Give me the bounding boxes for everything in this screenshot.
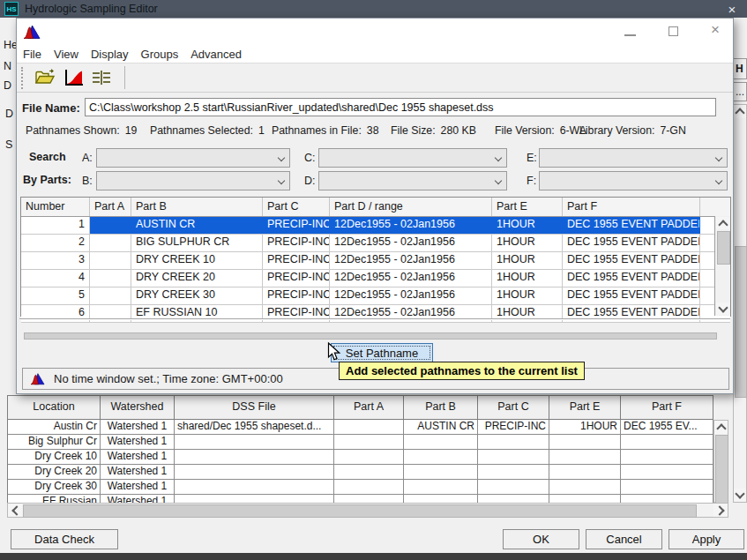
menu-groups[interactable]: Groups <box>135 48 185 61</box>
cell[interactable]: DEC 1955 EVENT PADDED <box>563 270 700 287</box>
cell[interactable]: DEC 1955 EVENT PADDED <box>563 252 700 269</box>
cell[interactable] <box>334 480 404 495</box>
locations-table-horizontal-scrollbar[interactable] <box>7 503 728 518</box>
scroll-up-icon[interactable] <box>734 105 746 118</box>
cell[interactable]: PRECIP-INC <box>263 287 330 304</box>
cell[interactable] <box>621 435 713 450</box>
part-f-combobox[interactable] <box>539 171 728 190</box>
cell[interactable] <box>404 465 478 480</box>
cell[interactable]: 12Dec1955 - 02Jan1956 <box>330 270 492 287</box>
cell[interactable]: PRECIP-INC <box>478 420 549 435</box>
table-row[interactable]: Austin Cr Watershed 1 shared/Dec 1955 sh… <box>8 420 713 435</box>
cell[interactable] <box>90 270 131 287</box>
pathname-table-vertical-scrollbar[interactable] <box>714 216 730 316</box>
cell[interactable]: 5 <box>21 287 90 304</box>
cell[interactable]: 2 <box>21 235 90 251</box>
cell[interactable]: 4 <box>21 270 90 287</box>
part-e-combobox[interactable] <box>539 148 728 168</box>
cell[interactable] <box>175 450 334 465</box>
cell[interactable] <box>334 495 404 503</box>
menu-advanced[interactable]: Advanced <box>184 48 248 61</box>
plot-button[interactable] <box>61 66 86 90</box>
close-icon[interactable]: × <box>706 21 724 41</box>
cell[interactable]: 12Dec1955 - 02Jan1956 <box>330 287 492 304</box>
cell[interactable]: 1HOUR <box>549 420 621 435</box>
scrollbar-thumb[interactable] <box>735 246 747 398</box>
table-row[interactable]: 5 DRY CREEK 30 PRECIP-INC 12Dec1955 - 02… <box>21 287 730 305</box>
part-c-combobox[interactable] <box>318 148 507 168</box>
tabulate-button[interactable] <box>89 66 114 90</box>
cell[interactable]: Big Sulphur Cr <box>8 435 101 450</box>
close-icon[interactable]: × <box>722 0 742 18</box>
dialog-titlebar[interactable]: × <box>17 19 733 45</box>
table-row[interactable]: 6 EF RUSSIAN 10 PRECIP-INC 12Dec1955 - 0… <box>21 305 730 323</box>
cell[interactable] <box>621 495 713 503</box>
cell[interactable] <box>621 465 713 480</box>
cell[interactable]: Austin Cr <box>8 420 101 435</box>
cell[interactable]: Watershed 1 <box>101 480 175 495</box>
cell[interactable]: 1HOUR <box>492 217 563 234</box>
outer-vertical-scrollbar[interactable] <box>733 104 747 503</box>
cell[interactable]: 1 <box>21 217 90 234</box>
cell[interactable]: Dry Creek 20 <box>8 465 101 480</box>
scroll-down-icon[interactable] <box>716 302 729 315</box>
cell[interactable]: DRY CREEK 10 <box>131 252 263 269</box>
cell[interactable]: EF Russian <box>8 495 101 503</box>
cell[interactable]: DRY CREEK 20 <box>131 270 263 287</box>
toolbar-drag-handle[interactable] <box>21 67 26 89</box>
cell[interactable] <box>549 435 621 450</box>
cell[interactable]: DRY CREEK 30 <box>131 287 263 304</box>
cell[interactable] <box>175 480 334 495</box>
scrollbar-thumb[interactable] <box>715 435 728 504</box>
cell[interactable]: DEC 1955 EVENT PADDED <box>563 235 700 251</box>
cell[interactable]: AUSTIN CR <box>131 217 263 234</box>
cell[interactable] <box>549 450 621 465</box>
cell[interactable]: 3 <box>21 252 90 269</box>
scroll-up-icon[interactable] <box>716 217 729 229</box>
cell[interactable] <box>404 495 478 503</box>
file-name-input[interactable] <box>85 98 716 116</box>
cell[interactable] <box>90 217 131 234</box>
table-row[interactable]: Dry Creek 30 Watershed 1 <box>8 480 713 495</box>
cell[interactable] <box>404 435 478 450</box>
cell[interactable] <box>334 435 404 450</box>
table-row[interactable]: 4 DRY CREEK 20 PRECIP-INC 12Dec1955 - 02… <box>21 270 730 287</box>
table-row[interactable]: Big Sulphur Cr Watershed 1 <box>8 435 713 450</box>
scroll-down-icon[interactable] <box>734 489 746 502</box>
cell[interactable] <box>478 435 549 450</box>
cell[interactable]: PRECIP-INC <box>263 235 330 251</box>
cell[interactable] <box>175 435 334 450</box>
maximize-icon[interactable] <box>669 26 678 36</box>
browse-button-clipped[interactable]: ... <box>733 82 747 101</box>
part-b-combobox[interactable] <box>96 171 290 190</box>
cell[interactable]: 12Dec1955 - 02Jan1956 <box>330 235 492 251</box>
table-row[interactable]: 2 BIG SULPHUR CR PRECIP-INC 12Dec1955 - … <box>21 235 730 252</box>
cell[interactable]: 1HOUR <box>492 252 563 269</box>
cell[interactable]: PRECIP-INC <box>263 217 330 234</box>
cell[interactable] <box>621 480 713 495</box>
ok-button[interactable]: OK <box>503 529 579 549</box>
cell[interactable]: PRECIP-INC <box>263 252 330 269</box>
cell[interactable]: Watershed 1 <box>101 435 175 450</box>
cell[interactable] <box>404 480 478 495</box>
cell[interactable]: BIG SULPHUR CR <box>131 235 263 251</box>
data-check-button[interactable]: Data Check <box>11 529 118 549</box>
menu-file[interactable]: File <box>17 48 48 61</box>
cell[interactable] <box>549 480 621 495</box>
scroll-left-icon[interactable] <box>8 504 22 517</box>
cell[interactable] <box>478 480 549 495</box>
cell[interactable]: 12Dec1955 - 02Jan1956 <box>330 217 492 234</box>
cell[interactable] <box>478 450 549 465</box>
cell[interactable]: DEC 1955 EVENT PADDED <box>563 287 700 304</box>
cell[interactable]: Watershed 1 <box>101 465 175 480</box>
cell[interactable]: DEC 1955 EV... <box>621 420 713 435</box>
cell[interactable] <box>90 252 131 269</box>
cell[interactable]: DEC 1955 EVENT PADDED <box>563 217 700 234</box>
open-file-button[interactable] <box>33 66 57 90</box>
cell[interactable] <box>90 287 131 304</box>
cell[interactable] <box>549 495 621 503</box>
table-row[interactable]: EF Russian Watershed 1 <box>8 495 713 503</box>
scrollbar-thumb[interactable] <box>717 231 730 265</box>
cell[interactable]: Watershed 1 <box>101 420 175 435</box>
cell[interactable] <box>334 465 404 480</box>
